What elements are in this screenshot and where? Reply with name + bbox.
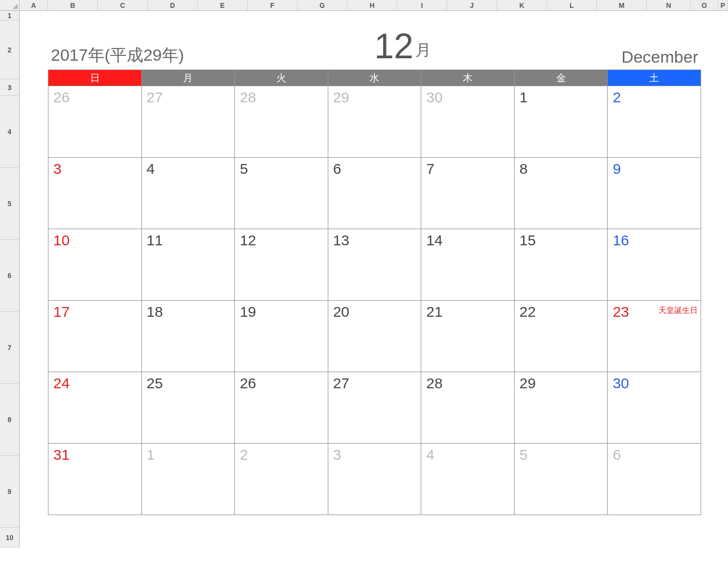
column-header-O[interactable]: O [691,0,718,11]
day-number: 2 [240,447,248,463]
calendar-cell[interactable]: 29 [514,372,608,444]
column-header-K[interactable]: K [497,0,547,11]
row-header-6[interactable]: 6 [0,240,20,312]
month-english: December [621,47,698,67]
column-header-I[interactable]: I [397,0,447,11]
day-number: 18 [147,304,163,320]
calendar-cell[interactable]: 1 [514,86,608,158]
month-suffix: 月 [415,41,431,59]
calendar-cell[interactable]: 11 [141,229,235,301]
day-number: 28 [240,89,256,106]
day-number: 5 [240,161,248,177]
calendar-cell[interactable]: 3 [328,444,421,515]
calendar-cell[interactable]: 2 [235,444,328,515]
day-number: 5 [520,447,528,463]
calendar-cell[interactable]: 28 [421,372,515,444]
day-number: 12 [240,232,256,249]
day-number: 19 [240,304,256,320]
calendar-cell[interactable]: 2 [608,86,701,158]
spreadsheet-frame: ABCDEFGHIJKLMNOP 12345678910 2017年(平成29年… [0,0,728,566]
calendar-cell[interactable]: 5 [235,158,328,229]
column-header-D[interactable]: D [148,0,198,11]
calendar-cell[interactable]: 30 [608,372,701,444]
row-header-3[interactable]: 3 [0,79,20,96]
calendar-cell[interactable]: 17 [48,301,142,372]
calendar-cell[interactable]: 6 [328,158,421,229]
day-number: 17 [53,304,69,320]
row-header-8[interactable]: 8 [0,384,20,456]
calendar-cell[interactable]: 28 [235,86,328,158]
calendar-week-row: 24252627282930 [48,372,701,444]
row-header-4[interactable]: 4 [0,96,20,168]
day-number: 7 [426,161,434,177]
calendar-cell[interactable]: 26 [48,86,142,158]
day-number: 4 [147,161,155,177]
row-header-10[interactable]: 10 [0,528,20,547]
weekday-header-1: 月 [141,70,235,86]
calendar-cell[interactable]: 19 [235,301,328,372]
calendar-cell[interactable]: 10 [48,229,142,301]
calendar-cell[interactable]: 27 [141,86,235,158]
calendar-cell[interactable]: 3 [48,158,142,229]
select-all-corner[interactable] [0,0,20,11]
row-header-7[interactable]: 7 [0,312,20,384]
calendar-cell[interactable]: 7 [421,158,515,229]
calendar-cell[interactable]: 8 [514,158,608,229]
column-header-J[interactable]: J [447,0,497,11]
column-header-A[interactable]: A [20,0,48,11]
calendar-cell[interactable]: 12 [235,229,328,301]
row-header-1[interactable]: 1 [0,11,20,21]
day-number: 30 [426,89,442,106]
column-header-E[interactable]: E [198,0,248,11]
calendar-week-row: 3456789 [48,158,701,229]
row-header-9[interactable]: 9 [0,456,20,528]
row-header-2[interactable]: 2 [0,21,20,79]
calendar-cell[interactable]: 22 [514,301,608,372]
column-header-F[interactable]: F [248,0,297,11]
calendar-cell[interactable]: 29 [328,86,421,158]
calendar-cell[interactable]: 24 [48,372,142,444]
day-number: 21 [426,304,442,320]
day-number: 31 [53,447,69,463]
calendar-cell[interactable]: 9 [608,158,701,229]
calendar-cell[interactable]: 31 [48,444,142,515]
day-number: 3 [53,161,62,177]
calendar-cell[interactable]: 16 [608,229,701,301]
column-header-L[interactable]: L [547,0,597,11]
calendar-cell[interactable]: 30 [421,86,515,158]
day-number: 26 [240,375,256,392]
calendar-cell[interactable]: 13 [328,229,421,301]
calendar-cell[interactable]: 23天皇誕生日 [608,301,701,372]
column-header-H[interactable]: H [347,0,397,11]
calendar-cell[interactable]: 4 [421,444,515,515]
calendar-cell[interactable]: 20 [328,301,421,372]
calendar-cell[interactable]: 6 [608,444,701,515]
calendar-cell[interactable]: 15 [514,229,608,301]
day-number: 30 [613,375,629,392]
weekday-header-4: 木 [421,70,515,86]
calendar-cell[interactable]: 1 [141,444,235,515]
column-header-C[interactable]: C [98,0,148,11]
column-header-G[interactable]: G [297,0,347,11]
calendar-title-row: 2017年(平成29年) 12月 December [48,11,701,70]
calendar-cell[interactable]: 4 [141,158,235,229]
row-header-5[interactable]: 5 [0,168,20,240]
calendar-cell[interactable]: 27 [328,372,421,444]
day-number: 20 [333,304,349,320]
calendar-cell[interactable]: 21 [421,301,515,372]
calendar-cell[interactable]: 14 [421,229,515,301]
calendar-week-row: 31123456 [48,444,701,515]
day-number: 4 [426,447,434,463]
day-number: 1 [147,447,155,463]
calendar-cell[interactable]: 26 [235,372,328,444]
calendar-cell[interactable]: 5 [514,444,608,515]
calendar-cell[interactable]: 25 [141,372,235,444]
weekday-header-5: 金 [514,70,608,86]
day-number: 22 [520,304,536,320]
column-header-P[interactable]: P [718,0,728,11]
calendar-cell[interactable]: 18 [141,301,235,372]
column-header-N[interactable]: N [647,0,691,11]
column-header-B[interactable]: B [48,0,98,11]
column-header-M[interactable]: M [597,0,647,11]
weekday-header-6: 土 [608,70,701,86]
